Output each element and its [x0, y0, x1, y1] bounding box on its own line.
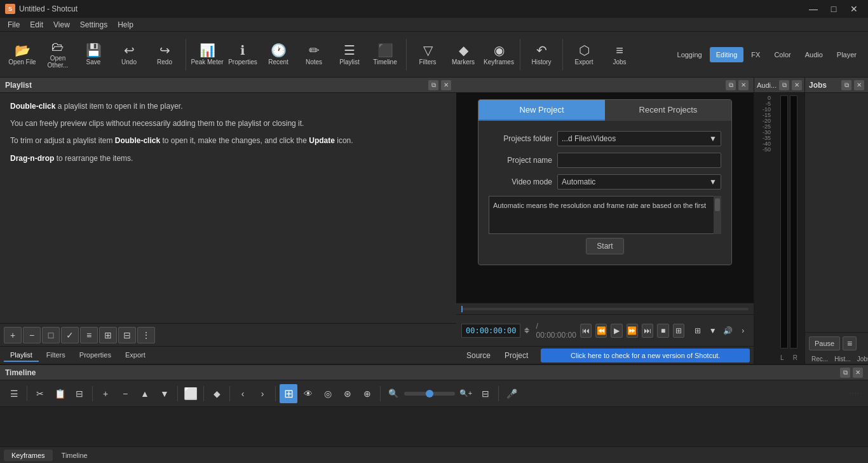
playlist-remove-button[interactable]: −: [23, 327, 41, 343]
tl-menu-button[interactable]: ☰: [5, 384, 23, 403]
logging-mode-button[interactable]: Logging: [671, 47, 709, 62]
video-mode-dropdown[interactable]: Automatic ▼: [557, 174, 721, 190]
jobs-menu-button[interactable]: ≡: [843, 336, 857, 350]
tab-properties[interactable]: Properties: [73, 349, 118, 362]
playlist-float-button[interactable]: ⧉: [428, 80, 438, 90]
tab-filters[interactable]: Filters: [40, 349, 72, 362]
menu-file[interactable]: File: [3, 19, 25, 31]
audio-close-button[interactable]: ✕: [792, 80, 802, 90]
playlist-button[interactable]: ☰ Playlist: [332, 34, 367, 75]
tl-fit-button[interactable]: ⊟: [477, 384, 494, 403]
jobs-subtab-rec[interactable]: Rec...: [809, 354, 831, 364]
transport-play[interactable]: ▶: [611, 324, 622, 338]
zoom-dropdown-button[interactable]: ▼: [707, 324, 719, 338]
recent-projects-tab[interactable]: Recent Projects: [605, 100, 731, 121]
tl-zoom-in-button[interactable]: 🔍+: [457, 384, 475, 403]
menu-help[interactable]: Help: [112, 19, 139, 31]
grid-view-button[interactable]: ⊞: [692, 324, 703, 338]
transport-loop[interactable]: ⊞: [673, 324, 684, 338]
filters-button[interactable]: ▽ Filters: [410, 34, 445, 75]
new-project-tab[interactable]: New Project: [478, 100, 605, 121]
markers-button[interactable]: ◆ Markers: [446, 34, 480, 75]
tl-paste2-button[interactable]: ⊟: [71, 384, 88, 403]
tl-split-button[interactable]: ⬜: [182, 384, 200, 403]
jobs-close-button[interactable]: ✕: [854, 80, 864, 90]
playlist-in-out-button[interactable]: □: [42, 327, 60, 343]
project-name-input[interactable]: [557, 153, 721, 168]
minimize-button[interactable]: —: [804, 3, 822, 15]
jobs-subtab-hist[interactable]: Hist...: [832, 354, 853, 364]
projects-folder-dropdown[interactable]: ...d Files\Videos ▼: [557, 131, 721, 146]
fx-mode-button[interactable]: FX: [745, 47, 766, 62]
menu-view[interactable]: View: [48, 19, 75, 31]
tl-ripple-all-button[interactable]: ◎: [319, 384, 337, 403]
video-close-button[interactable]: ✕: [738, 80, 749, 90]
source-tab[interactable]: Source: [460, 348, 497, 363]
tl-prev-button[interactable]: ‹: [234, 384, 252, 403]
history-button[interactable]: ↶ History: [524, 34, 559, 75]
tl-speed-button[interactable]: ⊛: [339, 384, 356, 403]
timeline-button[interactable]: ⬛ Timeline: [368, 34, 402, 75]
jobs-float-button[interactable]: ⧉: [841, 80, 851, 90]
bottom-tab-keyframes[interactable]: Keyframes: [4, 450, 53, 461]
scrubber-track[interactable]: [461, 308, 749, 310]
video-float-button[interactable]: ⧉: [726, 80, 736, 90]
tl-scrub-button[interactable]: 👁: [299, 384, 317, 403]
audio-float-button[interactable]: ⧉: [779, 80, 789, 90]
tl-ripple-button[interactable]: ◆: [208, 384, 226, 403]
timecode-stepper[interactable]: [524, 328, 532, 333]
tl-cut-button[interactable]: ✂: [31, 384, 49, 403]
jobs-subtab-jobs[interactable]: Jobs: [855, 354, 868, 364]
export-button[interactable]: ⬡ Export: [567, 34, 601, 75]
jobs-pause-button[interactable]: Pause: [809, 336, 840, 350]
playlist-list-button[interactable]: ≡: [80, 327, 98, 343]
tl-mic-button[interactable]: 🎤: [503, 384, 520, 403]
close-button[interactable]: ✕: [845, 3, 863, 15]
volume-button[interactable]: 🔊: [722, 324, 734, 338]
check-update-button[interactable]: Click here to check for a new version of…: [541, 349, 750, 363]
save-button[interactable]: 💾 Save: [76, 34, 111, 75]
playlist-close-button[interactable]: ✕: [441, 80, 451, 90]
player-mode-button[interactable]: Player: [831, 47, 863, 62]
tab-playlist[interactable]: Playlist: [4, 349, 39, 362]
playlist-check-button[interactable]: ✓: [61, 327, 79, 343]
timeline-float-button[interactable]: ⧉: [840, 368, 850, 378]
playlist-add-button[interactable]: +: [4, 327, 22, 343]
redo-button[interactable]: ↪ Redo: [147, 34, 182, 75]
transport-fast-forward[interactable]: ⏩: [627, 324, 638, 338]
tl-snap-button[interactable]: ⊞: [280, 384, 297, 403]
transport-goto-end[interactable]: ⏭: [642, 324, 653, 338]
timeline-close-button[interactable]: ✕: [853, 368, 863, 378]
audio-mode-button[interactable]: Audio: [799, 47, 829, 62]
playlist-detail-button[interactable]: ⊟: [118, 327, 136, 343]
tl-add-clip-button[interactable]: +: [97, 384, 114, 403]
tab-export[interactable]: Export: [119, 349, 152, 362]
notes-button[interactable]: ✏ Notes: [297, 34, 331, 75]
undo-button[interactable]: ↩ Undo: [112, 34, 146, 75]
transport-stop[interactable]: ■: [657, 324, 668, 338]
editing-mode-button[interactable]: Editing: [710, 47, 744, 62]
menu-edit[interactable]: Edit: [25, 19, 48, 31]
tl-paste-button[interactable]: 📋: [51, 384, 69, 403]
jobs-button[interactable]: ≡ Jobs: [602, 34, 637, 75]
more-button[interactable]: ›: [737, 324, 749, 338]
peak-meter-button[interactable]: 📊 Peak Meter: [190, 34, 224, 75]
start-button[interactable]: Start: [586, 238, 623, 254]
playlist-grid-button[interactable]: ⊞: [99, 327, 117, 343]
project-tab[interactable]: Project: [498, 348, 534, 363]
open-other-button[interactable]: 🗁 Open Other...: [41, 34, 75, 75]
tl-lock-button[interactable]: ⊕: [358, 384, 376, 403]
playlist-menu-button[interactable]: ⋮: [137, 327, 155, 343]
properties-button[interactable]: ℹ Properties: [226, 34, 260, 75]
tl-zoom-out-button[interactable]: 🔍: [384, 384, 402, 403]
recent-button[interactable]: 🕐 Recent: [261, 34, 295, 75]
color-mode-button[interactable]: Color: [768, 47, 797, 62]
transport-goto-start[interactable]: ⏮: [580, 324, 592, 338]
tl-overwrite-button[interactable]: ▼: [156, 384, 173, 403]
desc-scrollbar[interactable]: [714, 196, 721, 234]
tl-remove-clip-button[interactable]: −: [116, 384, 134, 403]
tl-next-button[interactable]: ›: [254, 384, 271, 403]
transport-rewind[interactable]: ⏪: [595, 324, 607, 338]
tl-zoom-slider[interactable]: [404, 392, 455, 396]
open-file-button[interactable]: 📂 Open File: [5, 34, 39, 75]
